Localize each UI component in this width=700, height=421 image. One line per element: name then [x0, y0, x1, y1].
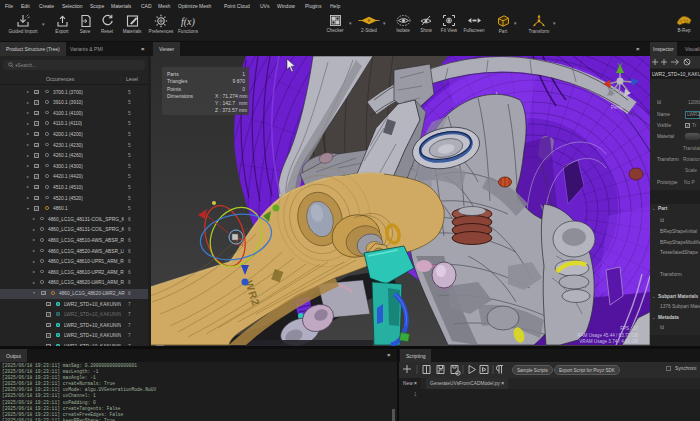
svg-text:Z : 373.57 mm: Z : 373.57 mm	[215, 107, 247, 113]
svg-text:FPS : 17: FPS : 17	[620, 326, 638, 331]
svg-text:Dimensions: Dimensions	[167, 93, 194, 99]
svg-text:Persp: Persp	[611, 105, 623, 110]
svg-text:f(x): f(x)	[181, 15, 196, 27]
svg-text:0: 0	[242, 86, 245, 92]
svg-text:Y : 142.7 mm: Y : 142.7 mm	[215, 100, 247, 106]
svg-text:1: 1	[242, 71, 245, 77]
svg-text:RAM Usage 45.44 / 63.73 GB: RAM Usage 45.44 / 63.73 GB	[577, 333, 638, 338]
svg-text:VRAM Usage 3.74 / 4.00 GB: VRAM Usage 3.74 / 4.00 GB	[579, 339, 638, 344]
svg-text:X : 71.274 mm: X : 71.274 mm	[215, 93, 248, 99]
svg-text:Triangles: Triangles	[167, 78, 188, 84]
svg-text:Points: Points	[167, 86, 181, 92]
svg-text:Parts: Parts	[167, 71, 179, 77]
svg-text:9 870: 9 870	[232, 78, 245, 84]
